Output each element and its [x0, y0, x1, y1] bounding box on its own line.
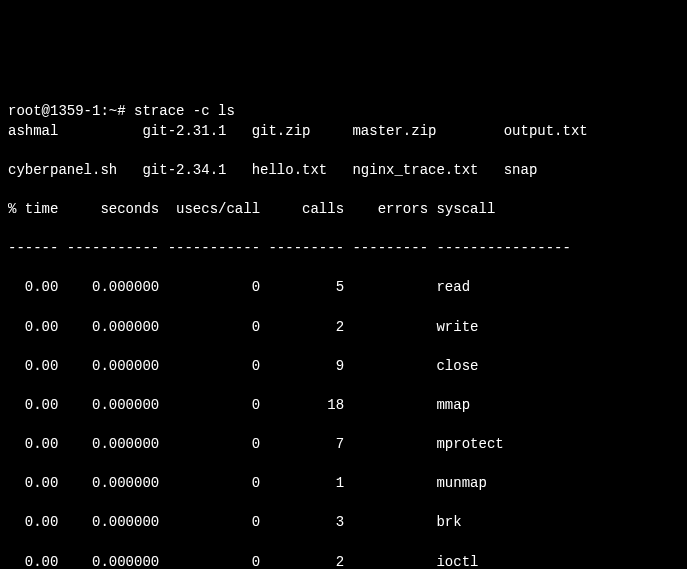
strace-table-header: % time seconds usecs/call calls errors s… [8, 200, 679, 220]
typed-command: strace -c ls [126, 103, 235, 119]
syscall-row: 0.00 0.000000 0 2 write [8, 318, 679, 338]
syscall-row: 0.00 0.000000 0 18 mmap [8, 396, 679, 416]
syscall-row: 0.00 0.000000 0 1 munmap [8, 474, 679, 494]
command-prompt: root@1359-1:~# strace -c ls [8, 103, 235, 119]
divider-top: ------ ----------- ----------- ---------… [8, 239, 679, 259]
terminal-window[interactable]: root@1359-1:~# strace -c ls ashmal git-2… [8, 82, 679, 569]
ls-output-line2: cyberpanel.sh git-2.34.1 hello.txt nginx… [8, 161, 679, 181]
syscall-row: 0.00 0.000000 0 9 close [8, 357, 679, 377]
ls-output-line1: ashmal git-2.31.1 git.zip master.zip out… [8, 122, 679, 142]
prompt-path: :~# [100, 103, 125, 119]
prompt-user-host: root@1359-1 [8, 103, 100, 119]
syscall-row: 0.00 0.000000 0 2 ioctl [8, 553, 679, 569]
syscall-row: 0.00 0.000000 0 7 mprotect [8, 435, 679, 455]
syscall-row: 0.00 0.000000 0 5 read [8, 278, 679, 298]
syscall-row: 0.00 0.000000 0 3 brk [8, 513, 679, 533]
